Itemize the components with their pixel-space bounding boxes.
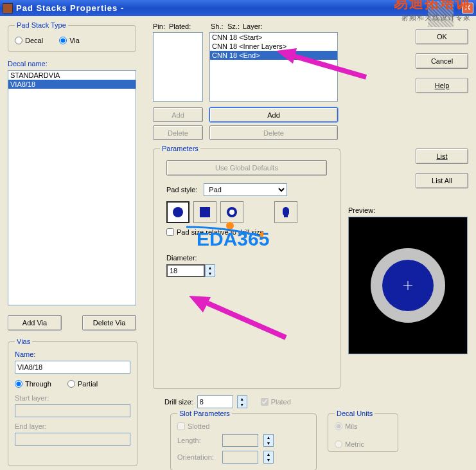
- delete-via-button[interactable]: Delete Via: [82, 315, 136, 330]
- decal-item[interactable]: STANDARDVIA: [8, 71, 136, 80]
- slot-legend: Slot Parameters: [177, 410, 232, 417]
- help-button[interactable]: Help: [416, 78, 468, 93]
- via-name-input[interactable]: [15, 361, 130, 374]
- parameters-legend: Parameters: [160, 145, 200, 152]
- pin-col: Pin:: [153, 23, 165, 30]
- decal-units-legend: Decal Units: [335, 410, 375, 417]
- slot-length-label: Length:: [177, 437, 217, 444]
- watermark-text: EDA365: [197, 228, 269, 250]
- layer-add-button[interactable]: Add: [209, 107, 338, 122]
- pin-add-button[interactable]: Add: [153, 107, 203, 122]
- pad-stack-type-legend: Pad Stack Type: [15, 21, 68, 29]
- diameter-input[interactable]: [166, 264, 205, 277]
- parameters-group: Parameters Use Global Defaults Pad style…: [153, 145, 340, 389]
- via-name-label: Name:: [15, 350, 130, 358]
- decal-units-group: Decal Units Mils Metric: [328, 410, 398, 452]
- drill-size-input[interactable]: [197, 395, 233, 408]
- svg-point-0: [173, 207, 183, 217]
- preview-panel: [348, 217, 468, 354]
- use-global-button[interactable]: Use Global Defaults: [166, 160, 327, 176]
- drill-size-label: Drill size:: [164, 398, 193, 406]
- plated-col: Plated:: [169, 23, 191, 30]
- ok-button[interactable]: OK: [416, 29, 468, 44]
- pin-list[interactable]: [153, 32, 203, 102]
- svg-rect-4: [283, 207, 289, 216]
- shape-oval-icon[interactable]: [274, 201, 297, 223]
- layer-item[interactable]: CNN 18 <Start>: [210, 33, 337, 42]
- preview-graphic: [360, 237, 456, 334]
- add-via-button[interactable]: Add Via: [8, 315, 62, 330]
- through-radio[interactable]: Through: [15, 380, 51, 388]
- svg-rect-5: [284, 215, 288, 217]
- via-radio[interactable]: Via: [59, 37, 80, 44]
- slotted-checkbox[interactable]: Slotted: [177, 422, 310, 430]
- layer-item[interactable]: CNN 18 <End>: [210, 51, 337, 60]
- layer-delete-button[interactable]: Delete: [209, 125, 338, 140]
- decal-item[interactable]: VIA8/18: [8, 80, 136, 89]
- pin-delete-button[interactable]: Delete: [153, 125, 203, 140]
- svg-rect-1: [200, 207, 210, 217]
- vias-legend: Vias: [15, 338, 32, 345]
- slot-orient-input: [222, 451, 258, 464]
- decal-name-label: Decal name:: [8, 60, 48, 68]
- shape-annular-icon[interactable]: [220, 201, 243, 223]
- partial-radio[interactable]: Partial: [67, 380, 98, 388]
- start-layer-label: Start layer:: [15, 394, 130, 402]
- shape-circle-icon[interactable]: [166, 201, 190, 223]
- pad-stack-type-group: Pad Stack Type Decal Via: [8, 21, 136, 52]
- slot-length-input: [222, 434, 258, 447]
- brand-big: 易迪拓培训: [394, 0, 471, 13]
- mils-radio[interactable]: Mils: [335, 422, 391, 430]
- svg-point-3: [229, 210, 234, 215]
- metric-radio[interactable]: Metric: [335, 440, 391, 448]
- end-layer-label: End layer:: [15, 422, 130, 430]
- decal-name-list[interactable]: STANDARDVIAVIA8/18: [8, 70, 136, 305]
- shape-square-icon[interactable]: [193, 201, 216, 223]
- diameter-spinner[interactable]: ▲▼: [205, 264, 215, 277]
- brand-sm: 射频和天线设计专家: [394, 13, 471, 23]
- sz-col: Sz.:: [227, 23, 240, 30]
- app-icon: [3, 3, 13, 14]
- layer-list[interactable]: CNN 18 <Start>CNN 18 <Inner Layers>CNN 1…: [209, 32, 338, 102]
- slot-orient-label: Orientation:: [177, 453, 217, 461]
- sh-col: Sh.:: [211, 23, 224, 30]
- slot-orient-spinner: ▲▼: [263, 451, 274, 464]
- list-button[interactable]: List: [416, 149, 468, 164]
- diameter-label: Diameter:: [166, 254, 327, 262]
- layer-col: Layer:: [243, 23, 263, 30]
- pad-style-select[interactable]: Pad: [204, 183, 287, 196]
- plated-checkbox[interactable]: Plated: [261, 398, 291, 406]
- slot-length-spinner: ▲▼: [263, 434, 274, 447]
- slot-group: Slot Parameters Slotted Length: ▲▼ Orien…: [170, 410, 317, 470]
- list-all-button[interactable]: List All: [416, 173, 468, 188]
- cancel-button[interactable]: Cancel: [416, 53, 468, 69]
- brand-overlay: 易迪拓培训 射频和天线设计专家: [394, 0, 471, 23]
- decal-radio[interactable]: Decal: [15, 37, 43, 44]
- vias-group: Vias Name: Through Partial Start layer: …: [8, 338, 137, 466]
- preview-label: Preview:: [348, 206, 375, 214]
- start-layer-input: [15, 404, 130, 417]
- drill-spinner[interactable]: ▲▼: [237, 395, 247, 408]
- layer-item[interactable]: CNN 18 <Inner Layers>: [210, 42, 337, 51]
- end-layer-input: [15, 433, 130, 446]
- pad-style-label: Pad style:: [166, 186, 197, 194]
